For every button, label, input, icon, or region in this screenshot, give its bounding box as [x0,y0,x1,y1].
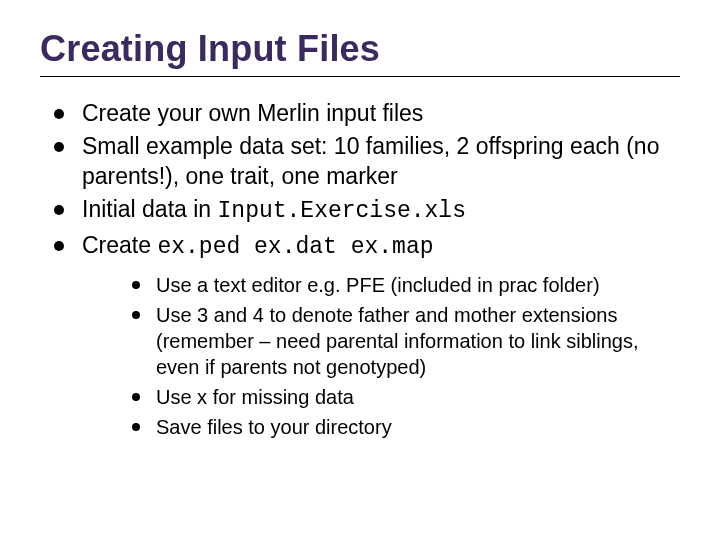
bullet-list: Create your own Merlin input files Small… [40,99,680,440]
bullet-text: Save files to your directory [156,416,392,438]
bullet-text: Initial data in [82,196,218,222]
bullet-text: Use 3 and 4 to denote father and mother … [156,304,638,378]
sub-bullet-list: Use a text editor e.g. PFE (included in … [82,272,680,440]
list-item: Create your own Merlin input files [52,99,680,128]
list-item: Initial data in Input.Exercise.xls [52,195,680,226]
list-item: Use 3 and 4 to denote father and mother … [130,302,680,380]
list-item: Use a text editor e.g. PFE (included in … [130,272,680,298]
slide: Creating Input Files Create your own Mer… [0,0,720,540]
list-item: Small example data set: 10 families, 2 o… [52,132,680,191]
bullet-text: Create your own Merlin input files [82,100,423,126]
bullet-text: Small example data set: 10 families, 2 o… [82,133,659,188]
bullet-text: Use a text editor e.g. PFE (included in … [156,274,600,296]
code-text: ex.ped ex.dat ex.map [157,234,433,260]
title-underline [40,76,680,77]
bullet-text: Use x for missing data [156,386,354,408]
code-text: Input.Exercise.xls [218,198,466,224]
list-item: Use x for missing data [130,384,680,410]
list-item: Create ex.ped ex.dat ex.map Use a text e… [52,231,680,440]
bullet-text: Create [82,232,157,258]
slide-title: Creating Input Files [40,28,680,70]
list-item: Save files to your directory [130,414,680,440]
